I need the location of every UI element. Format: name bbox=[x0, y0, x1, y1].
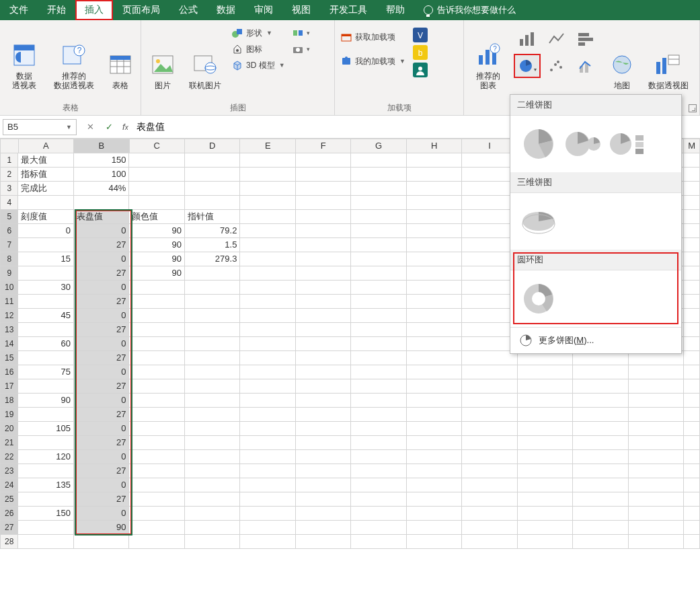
cell-C27[interactable] bbox=[129, 521, 184, 535]
cell-I22[interactable] bbox=[462, 450, 517, 464]
cell-L16[interactable] bbox=[629, 365, 684, 379]
cell-E14[interactable] bbox=[240, 337, 295, 351]
cell-A15[interactable] bbox=[18, 351, 73, 365]
get-addins-button[interactable]: 获取加载项 bbox=[340, 30, 405, 44]
accept-fx-icon[interactable]: ✓ bbox=[100, 122, 118, 132]
cell-D19[interactable] bbox=[185, 408, 240, 422]
smartart-button[interactable]: ▾ bbox=[292, 26, 310, 40]
3d-model-button[interactable]: 3D 模型▼ bbox=[231, 58, 285, 73]
cell-A7[interactable] bbox=[18, 238, 73, 252]
cell-H26[interactable] bbox=[407, 507, 462, 521]
col-header-A[interactable]: A bbox=[19, 139, 74, 153]
cell-I20[interactable] bbox=[462, 422, 517, 436]
cell-D10[interactable] bbox=[185, 281, 240, 295]
cell-K28[interactable] bbox=[573, 535, 628, 549]
menu-item-5[interactable]: 数据 bbox=[207, 0, 245, 20]
cell-M26[interactable] bbox=[684, 507, 700, 521]
row-header-7[interactable]: 7 bbox=[0, 238, 18, 252]
cell-G24[interactable] bbox=[351, 478, 406, 492]
cell-G22[interactable] bbox=[351, 450, 406, 464]
cell-B24[interactable]: 0 bbox=[74, 478, 129, 492]
cell-H3[interactable] bbox=[407, 182, 462, 196]
cell-G19[interactable] bbox=[351, 408, 406, 422]
col-header-C[interactable]: C bbox=[130, 139, 185, 153]
cell-C20[interactable] bbox=[129, 422, 184, 436]
cell-F14[interactable] bbox=[296, 337, 351, 351]
pie-3d-option[interactable] bbox=[520, 202, 557, 240]
visio-icon[interactable]: V bbox=[412, 27, 428, 43]
menu-item-4[interactable]: 公式 bbox=[169, 0, 207, 20]
cell-H22[interactable] bbox=[407, 450, 462, 464]
cell-M15[interactable] bbox=[684, 351, 700, 365]
cell-B15[interactable]: 27 bbox=[74, 351, 129, 365]
cell-A24[interactable]: 135 bbox=[18, 478, 73, 492]
line-chart-icon[interactable] bbox=[543, 27, 570, 51]
cell-K23[interactable] bbox=[573, 464, 628, 478]
cell-H6[interactable] bbox=[407, 224, 462, 238]
recommended-charts-button[interactable]: ? 推荐的 图表 bbox=[469, 23, 507, 90]
cell-A26[interactable]: 150 bbox=[18, 507, 73, 521]
picture-button[interactable]: 图片 bbox=[147, 23, 179, 90]
cell-G14[interactable] bbox=[351, 337, 406, 351]
cell-F16[interactable] bbox=[296, 365, 351, 379]
cell-H12[interactable] bbox=[407, 309, 462, 323]
cell-H19[interactable] bbox=[407, 408, 462, 422]
cell-C5[interactable]: 颜色值 bbox=[129, 210, 184, 224]
cell-A12[interactable]: 45 bbox=[18, 309, 73, 323]
cell-A27[interactable] bbox=[18, 521, 73, 535]
cell-M24[interactable] bbox=[684, 478, 700, 492]
col-header-H[interactable]: H bbox=[407, 139, 462, 153]
cell-D13[interactable] bbox=[185, 323, 240, 337]
cell-L22[interactable] bbox=[629, 450, 684, 464]
cell-D6[interactable]: 79.2 bbox=[185, 224, 240, 238]
cell-C17[interactable] bbox=[129, 379, 184, 394]
cell-E13[interactable] bbox=[240, 323, 295, 337]
cell-K20[interactable] bbox=[573, 422, 628, 436]
pie-chart-dropdown[interactable]: ▾ bbox=[514, 54, 541, 78]
cell-D3[interactable] bbox=[185, 182, 240, 196]
cell-M5[interactable] bbox=[684, 210, 700, 224]
cell-G21[interactable] bbox=[351, 436, 406, 450]
cell-F6[interactable] bbox=[296, 224, 351, 238]
cell-C22[interactable] bbox=[129, 450, 184, 464]
cell-C2[interactable] bbox=[129, 168, 184, 182]
cell-C11[interactable] bbox=[129, 295, 184, 309]
cell-E28[interactable] bbox=[240, 535, 295, 549]
cell-G3[interactable] bbox=[351, 182, 406, 196]
cell-B26[interactable]: 0 bbox=[74, 507, 129, 521]
cell-F25[interactable] bbox=[296, 492, 351, 507]
row-header-4[interactable]: 4 bbox=[0, 196, 18, 210]
cell-J25[interactable] bbox=[518, 492, 573, 507]
cell-A2[interactable]: 指标值 bbox=[18, 168, 73, 182]
cell-D12[interactable] bbox=[185, 309, 240, 323]
cell-I21[interactable] bbox=[462, 436, 517, 450]
cell-J18[interactable] bbox=[518, 394, 573, 408]
cell-A1[interactable]: 最大值 bbox=[18, 153, 73, 168]
cell-I16[interactable] bbox=[462, 365, 517, 379]
shapes-button[interactable]: 形状▼ bbox=[231, 26, 285, 40]
cell-G20[interactable] bbox=[351, 422, 406, 436]
cell-M6[interactable] bbox=[684, 224, 700, 238]
cell-C8[interactable]: 90 bbox=[129, 252, 184, 266]
cell-A16[interactable]: 75 bbox=[18, 365, 73, 379]
cell-A19[interactable] bbox=[18, 408, 73, 422]
cell-B21[interactable]: 27 bbox=[74, 436, 129, 450]
cell-F7[interactable] bbox=[296, 238, 351, 252]
pie-exploded-option[interactable] bbox=[564, 125, 602, 163]
cell-C21[interactable] bbox=[129, 436, 184, 450]
row-header-10[interactable]: 10 bbox=[0, 281, 18, 295]
cell-G15[interactable] bbox=[351, 351, 406, 365]
people-icon[interactable] bbox=[412, 62, 428, 78]
cell-C7[interactable]: 90 bbox=[129, 238, 184, 252]
cell-C23[interactable] bbox=[129, 464, 184, 478]
cell-A22[interactable]: 120 bbox=[18, 450, 73, 464]
cell-K27[interactable] bbox=[573, 521, 628, 535]
cell-K16[interactable] bbox=[573, 365, 628, 379]
row-header-19[interactable]: 19 bbox=[0, 408, 18, 422]
cell-H10[interactable] bbox=[407, 281, 462, 295]
cell-G4[interactable] bbox=[351, 196, 406, 210]
cell-H11[interactable] bbox=[407, 295, 462, 309]
cell-C9[interactable]: 90 bbox=[129, 266, 184, 281]
cell-G23[interactable] bbox=[351, 464, 406, 478]
cell-E15[interactable] bbox=[240, 351, 295, 365]
